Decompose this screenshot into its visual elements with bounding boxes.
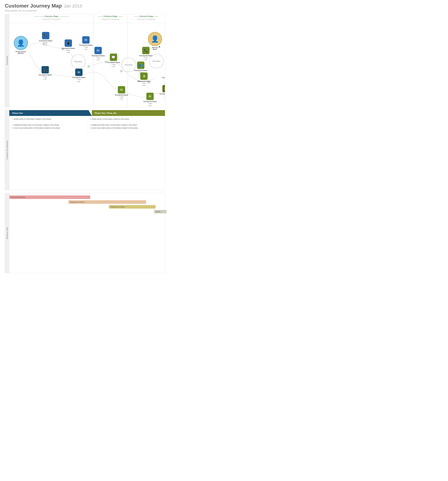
tp-label-13: Touchpoint Name	[162, 77, 165, 79]
tp-icon-7: 💬	[110, 53, 117, 61]
tp-icon-9: 👥	[137, 61, 144, 69]
tp-icon-2: 📱	[65, 39, 72, 47]
page-title-area: Customer Journey Map Jan 2015	[0, 0, 170, 9]
tp-icon-3: ✉	[82, 36, 90, 44]
tp-icon-1: 📞	[42, 32, 49, 39]
touchpoints-section: Touchpoints Lifecycle Stage Frequency of…	[5, 14, 165, 107]
ckm-content: • Bullet points of information related t…	[9, 116, 165, 138]
tp-label-14: Touchpoint Name	[159, 93, 165, 95]
tp-sub-8: TeamCall	[144, 57, 148, 61]
tp-icon-5: 📞	[42, 66, 49, 74]
tp-label-9: Touchpoint Name	[134, 69, 148, 72]
page-title: Customer Journey Map	[5, 3, 62, 9]
tp-icon-6: ✉	[75, 69, 82, 76]
lifecycle-label-2: Lifecycle Stage	[98, 15, 123, 17]
alt-user-avatar: 👤	[148, 32, 162, 46]
ckm-side-label: Customer Key Moments	[5, 110, 9, 190]
tp-label-5: Touchpoint Name	[38, 74, 52, 76]
bu-main: Department Name Department Name Departme…	[9, 193, 165, 273]
page-date: Jan 2015	[64, 4, 82, 9]
ckm-section: Customer Key Moments Phase One Phase Two…	[5, 110, 165, 190]
user-avatar: 👤	[14, 36, 28, 50]
ckm-col-right: • Bullet points of information related t…	[87, 118, 165, 137]
tp-label-4: Touchpoint Name	[91, 55, 105, 57]
touchpoint-4[interactable]: ✉ Touchpoint Name TeamCall	[91, 47, 105, 61]
phase-one-header: Phase One	[9, 110, 92, 116]
tp-label-7: Touchpoint Name	[107, 61, 120, 63]
ckm-bullet-3: • Even more bullet points of information…	[12, 127, 84, 129]
tp-label-1: Touchpoint Name	[39, 40, 52, 42]
dept-bar-4: Depart...	[154, 210, 166, 213]
page-subtitle: What question are you answering?	[0, 9, 170, 14]
lifecycle-freq-2: Frequency of Touchpoints	[101, 18, 120, 20]
lifecycle-label-1: Lifecycle Stage	[34, 15, 68, 17]
alt-user-label: AltUser	[152, 47, 158, 49]
tp-label-8: Touchpoint Name	[139, 55, 153, 57]
tp-icon-4: ✉	[94, 47, 102, 54]
touchpoint-12[interactable]: ✉ Touchpoint Name TeamCall	[143, 93, 157, 107]
dept-bar-2: Department Name	[68, 200, 146, 204]
ckm-col-left: • Bullet points of information related t…	[9, 118, 87, 137]
journey-canvas: 👤 PrimaryUser 👤 AltUser	[9, 23, 165, 106]
tp-sub-14: TeamCall	[164, 95, 165, 99]
touchpoint-8[interactable]: 📞 Touchpoint Name TeamCall	[139, 47, 153, 61]
tp-label-2: Touchpoint Name	[61, 47, 75, 49]
touchpoint-11[interactable]: ✉ Touchpoint Name TeamCall	[115, 86, 128, 100]
tp-sub-2: TeamCall	[66, 49, 71, 53]
dept-bar-3: Department Name	[109, 205, 156, 209]
tp-sub-5: TeamCall	[43, 76, 47, 80]
bu-side-label: Business Units	[5, 193, 9, 273]
primary-user: 👤 PrimaryUser	[14, 36, 28, 54]
touchpoint-14[interactable]: 📦 Touchpoint Name TeamCall	[159, 85, 165, 99]
bu-section: Business Units Department Name Departmen…	[5, 193, 165, 273]
lifecycle-freq-3: Frequency of Touchpoints	[137, 18, 156, 20]
tp-icon-10: 🖥	[140, 73, 148, 80]
ckm-bullet-1: • Bullet points of information related t…	[12, 118, 84, 120]
alt-user-status-dots	[153, 49, 157, 50]
tp-sub-6: TeamCall	[77, 79, 81, 83]
tp-sub-4: TeamCall	[96, 57, 100, 61]
tp-label-10: Touchpoint Name	[137, 80, 151, 83]
ckm-bullet-r1: • Bullet points of information related t…	[90, 118, 162, 120]
primary-user-label: PrimaryUser	[15, 51, 26, 53]
lifecycle-freq-1: Frequency of Touchpoints	[42, 18, 60, 20]
lifecycle-label-3: Lifecycle Stage	[134, 15, 158, 17]
phase-two-header: Phase Two, Three, Etc	[92, 110, 165, 116]
touchpoint-5[interactable]: 📞 Touchpoint Name TeamCall	[38, 66, 52, 80]
tp-icon-11: ✉	[118, 86, 125, 93]
ckm-bullet-r2: • Additional bullet points of informatio…	[90, 123, 162, 127]
tp-sub-7: TeamCall	[111, 63, 116, 68]
ckm-main: Phase One Phase Two, Three, Etc • Bullet…	[9, 110, 165, 190]
tp-sub-11: TeamCall	[119, 96, 124, 100]
touchpoint-1[interactable]: 📞 Touchpoint Name TeamCall	[39, 32, 52, 46]
tp-sub-10: TeamCall	[142, 83, 146, 86]
ckm-bullet-r3: • Even more bullet points of information…	[90, 127, 162, 129]
touchpoint-6[interactable]: ✉ Touchpoint Name TeamCall	[72, 69, 86, 83]
tp-icon-14: 📦	[162, 85, 165, 92]
tp-label-3: Touchpoint Name	[79, 44, 93, 46]
ckm-bullet-2: • Additional bullet points of informatio…	[12, 123, 84, 127]
svg-point-6	[120, 70, 122, 72]
info-bubble-2: Information	[121, 58, 136, 72]
tp-label-6: Touchpoint Name	[72, 76, 86, 79]
touchpoint-13[interactable]: 📞 Touchpoint Name TeamCall	[162, 69, 165, 83]
touchpoint-10[interactable]: 🖥 Touchpoint Name TeamCall	[137, 73, 151, 86]
tp-label-12: Touchpoint Name	[143, 100, 157, 103]
svg-point-5	[105, 61, 107, 63]
tp-sub-3: TeamCall	[84, 46, 88, 50]
info-bubble-1: Information	[71, 54, 85, 69]
ckm-header-row: Phase One Phase Two, Three, Etc	[9, 110, 165, 116]
svg-point-4	[88, 66, 90, 67]
tp-sub-1: TeamCall	[44, 42, 48, 46]
user-status-dots	[18, 53, 23, 54]
tp-sub-12: TeamCall	[148, 103, 152, 107]
touchpoint-7[interactable]: 💬 Touchpoint Name TeamCall	[107, 53, 120, 68]
dept-bar-1: Department Name	[9, 195, 90, 199]
touchpoints-side-label: Touchpoints	[5, 14, 9, 107]
touchpoint-3[interactable]: ✉ Touchpoint Name TeamCall	[79, 36, 93, 50]
tp-icon-8: 📞	[142, 47, 149, 54]
touchpoints-main: Lifecycle Stage Frequency of Touchpoints…	[9, 14, 165, 107]
tp-label-11: Touchpoint Name	[115, 94, 128, 96]
tp-icon-12: ✉	[146, 93, 154, 100]
touchpoint-2[interactable]: 📱 Touchpoint Name TeamCall	[61, 39, 75, 53]
